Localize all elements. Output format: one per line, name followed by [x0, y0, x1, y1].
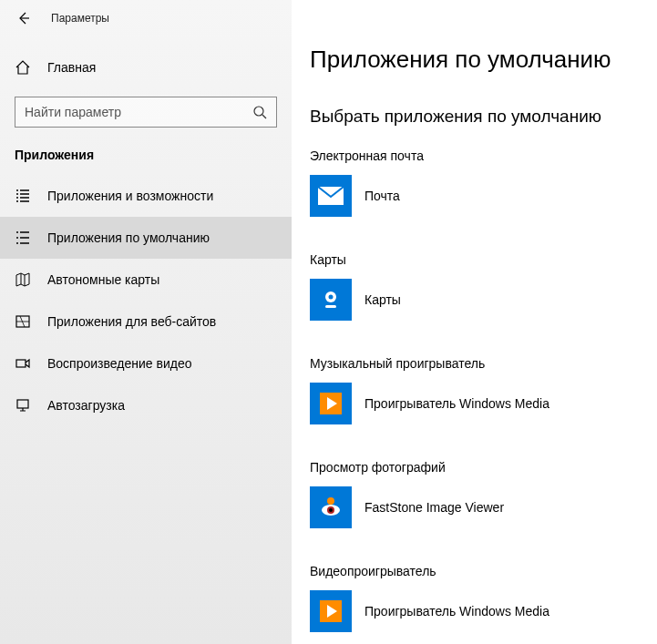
main-content: Приложения по умолчанию Выбрать приложен… [292, 0, 657, 644]
category-label: Карты [310, 252, 657, 267]
home-button[interactable]: Главная [0, 47, 292, 87]
home-label: Главная [47, 60, 96, 75]
category-label: Электронная почта [310, 148, 657, 163]
svg-rect-3 [17, 400, 28, 408]
wmp-icon [310, 590, 352, 632]
nav-item-startup[interactable]: Автозагрузка [0, 384, 292, 426]
home-icon [15, 59, 31, 76]
maps-icon [310, 279, 352, 321]
titlebar: Параметры [0, 0, 292, 36]
category-label: Просмотр фотографий [310, 460, 657, 475]
search-icon [252, 105, 267, 119]
nav-item-offline-maps[interactable]: Автономные карты [0, 259, 292, 301]
app-name: Почта [364, 189, 400, 203]
nav-list: Приложения и возможности Приложения по у… [0, 175, 292, 426]
nav-item-web-apps[interactable]: Приложения для веб-сайтов [0, 301, 292, 342]
sidebar: Параметры Главная Приложения Приложения … [0, 0, 292, 644]
page-title: Приложения по умолчанию [310, 46, 657, 74]
default-app-video[interactable]: Проигрыватель Windows Media [310, 589, 657, 633]
nav-item-label: Автозагрузка [47, 398, 125, 413]
search-input[interactable] [25, 105, 252, 119]
category-music: Музыкальный проигрыватель Проигрыватель … [310, 356, 657, 425]
web-icon [15, 313, 31, 330]
titlebar-label: Параметры [51, 12, 109, 25]
svg-point-0 [254, 107, 263, 116]
category-video: Видеопроигрыватель Проигрыватель Windows… [310, 564, 657, 633]
page-subtitle: Выбрать приложения по умолчанию [310, 107, 657, 127]
video-icon [15, 355, 31, 372]
nav-item-label: Приложения для веб-сайтов [47, 314, 216, 329]
app-name: Проигрыватель Windows Media [364, 604, 549, 618]
section-header: Приложения [15, 148, 292, 162]
nav-item-default-apps[interactable]: Приложения по умолчанию [0, 217, 292, 259]
default-app-photo[interactable]: FastStone Image Viewer [310, 486, 657, 529]
faststone-icon [310, 486, 352, 528]
nav-item-label: Автономные карты [47, 272, 159, 287]
svg-rect-7 [325, 305, 336, 308]
search-box[interactable] [15, 97, 277, 128]
startup-icon [15, 397, 31, 414]
svg-point-13 [329, 508, 333, 512]
default-app-music[interactable]: Проигрыватель Windows Media [310, 382, 657, 425]
category-email: Электронная почта Почта [310, 148, 657, 218]
svg-point-6 [329, 295, 334, 300]
svg-rect-2 [16, 360, 26, 367]
nav-item-label: Приложения по умолчанию [47, 230, 210, 245]
svg-point-10 [327, 497, 334, 505]
map-icon [15, 271, 31, 288]
nav-item-apps-features[interactable]: Приложения и возможности [0, 175, 292, 217]
nav-item-label: Воспроизведение видео [47, 356, 191, 371]
default-app-maps[interactable]: Карты [310, 278, 657, 322]
app-name: FastStone Image Viewer [364, 500, 504, 515]
mail-icon [310, 175, 352, 217]
back-arrow-icon [16, 11, 31, 26]
wmp-icon [310, 383, 352, 424]
nav-item-label: Приложения и возможности [47, 189, 213, 203]
category-maps: Карты Карты [310, 252, 657, 322]
app-name: Проигрыватель Windows Media [364, 396, 549, 411]
default-app-email[interactable]: Почта [310, 174, 657, 218]
back-button[interactable] [13, 7, 35, 29]
list-icon [15, 188, 31, 204]
default-apps-icon [15, 230, 31, 246]
category-label: Музыкальный проигрыватель [310, 356, 657, 371]
category-label: Видеопроигрыватель [310, 564, 657, 578]
app-name: Карты [364, 292, 401, 307]
category-photo: Просмотр фотографий FastStone Image View… [310, 460, 657, 529]
nav-item-video-playback[interactable]: Воспроизведение видео [0, 342, 292, 384]
